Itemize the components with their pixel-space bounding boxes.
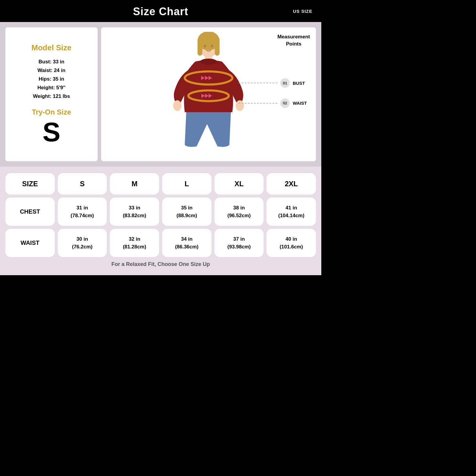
waist-s: 30 in(76.2cm) [58,229,107,257]
size-s: S [58,173,107,195]
measurement-waist: Waist: 24 in [33,66,70,75]
model-image-container: MeasurementPoints [101,27,316,161]
waist-2xl: 40 in(101.6cm) [267,229,316,257]
svg-point-5 [204,45,206,48]
bust-label: BUST [293,81,311,86]
svg-rect-4 [215,38,220,56]
us-size-label: US SIZE [293,9,312,14]
chest-2xl: 41 in(104.14cm) [267,198,316,226]
waist-l: 34 in(86.36cm) [162,229,212,257]
svg-point-7 [200,59,217,65]
svg-rect-3 [198,38,202,56]
bottom-section: SIZE S M L XL 2XL CHEST 31 in( [0,167,321,275]
measurement-hips: Hips: 35 in [33,75,70,84]
size-2xl: 2XL [267,173,316,195]
model-info-card: Model Size Bust: 33 in Waist: 24 in Hips… [5,27,98,161]
bust-badge: 01 [280,78,290,88]
model-figure [161,32,256,157]
chest-m: 33 in(83.82cm) [110,198,159,226]
waist-measurement-row: 02 WAIST [239,98,311,108]
model-size-title: Model Size [32,43,71,52]
size-xl: XL [214,173,264,195]
relaxed-fit-note: For a Relaxed Fit, Choose One Size Up [5,261,316,270]
header: Size Chart US SIZE [0,0,321,22]
waist-badge: 02 [280,98,290,108]
model-measurements: Bust: 33 in Waist: 24 in Hips: 35 in Hei… [33,58,70,101]
measurement-height: Height: 5'9'' [33,84,70,92]
size-header-row: SIZE S M L XL 2XL [5,173,316,195]
measurement-bust: Bust: 33 in [33,58,70,66]
bust-dotted-line [239,83,277,83]
page-title: Size Chart [133,5,188,18]
try-on-title: Try-On Size [32,108,71,116]
waist-xl: 37 in(93.98cm) [214,229,264,257]
chest-xl: 38 in(96.52cm) [214,198,264,226]
chest-row: CHEST 31 in(78.74cm) 33 in(83.82cm) 35 i… [5,198,316,226]
chest-label: CHEST [5,198,55,226]
waist-dotted-line [239,103,277,104]
bust-measurement-row: 01 BUST [239,78,311,88]
measurement-points-label: MeasurementPoints [277,33,310,48]
waist-label: WAIST [293,101,311,106]
size-m: M [110,173,159,195]
size-header-label: SIZE [5,173,55,195]
svg-point-8 [173,100,181,111]
waist-m: 32 in(81.28cm) [110,229,159,257]
size-l: L [162,173,212,195]
try-on-size: S [43,119,60,145]
chest-l: 35 in(88.9cm) [162,198,212,226]
waist-label-cell: WAIST [5,229,55,257]
model-image-section: MeasurementPoints [101,27,316,161]
svg-point-6 [211,45,213,48]
waist-row: WAIST 30 in(76.2cm) 32 in(81.28cm) 34 in… [5,229,316,257]
chest-s: 31 in(78.74cm) [58,198,107,226]
measurement-weight: Weight: 121 lbs [33,92,70,101]
top-section: Model Size Bust: 33 in Waist: 24 in Hips… [0,22,321,167]
page-wrapper: Size Chart US SIZE Model Size Bust: 33 i… [0,0,321,275]
